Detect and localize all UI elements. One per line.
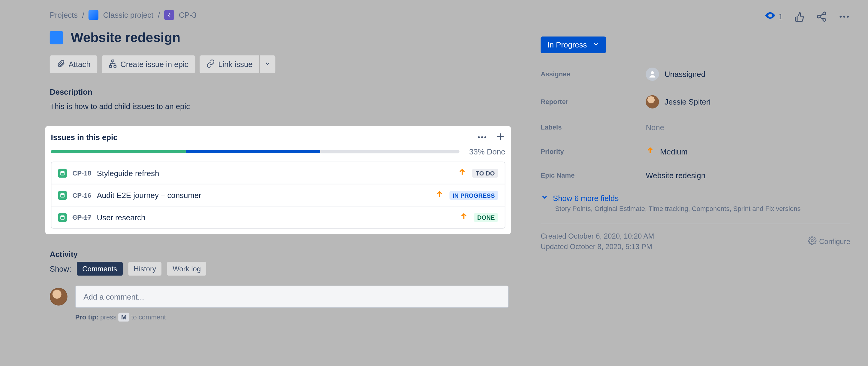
- tab-history[interactable]: History: [128, 262, 161, 276]
- child-issue-key[interactable]: CP-18: [72, 169, 91, 177]
- child-issue-list: CP-18Styleguide refreshTO DOCP-16Audit E…: [51, 162, 505, 229]
- svg-rect-2: [114, 65, 116, 67]
- tab-comments[interactable]: Comments: [77, 262, 123, 276]
- epicname-label: Epic Name: [540, 172, 646, 179]
- svg-rect-0: [112, 60, 114, 62]
- child-issue-status[interactable]: IN PROGRESS: [449, 191, 498, 199]
- attachment-icon: [56, 59, 65, 69]
- link-icon: [206, 59, 215, 69]
- breadcrumb-project[interactable]: Classic project: [103, 10, 153, 19]
- created-timestamp: Created October 6, 2020, 10:20 AM: [540, 232, 654, 241]
- priority-value[interactable]: Medium: [646, 146, 688, 157]
- sidebar-divider: [540, 224, 850, 224]
- epic-progress-bar: [51, 150, 459, 153]
- labels-label: Labels: [540, 123, 646, 131]
- epic-panel-title: Issues in this epic: [51, 133, 117, 142]
- assignee-label: Assignee: [540, 70, 646, 78]
- svg-point-15: [840, 15, 842, 18]
- svg-point-17: [847, 15, 849, 18]
- epic-panel-more-button[interactable]: [476, 132, 488, 143]
- configure-link[interactable]: Configure: [807, 232, 850, 251]
- svg-point-13: [817, 15, 820, 18]
- current-user-avatar: [50, 288, 67, 306]
- child-issue-row[interactable]: CP-16Audit E2E journey – consumerIN PROG…: [51, 184, 504, 206]
- link-issue-button[interactable]: Link issue: [199, 55, 259, 73]
- create-child-button[interactable]: Create issue in epic: [101, 55, 195, 73]
- chevron-down-icon: [264, 60, 271, 68]
- breadcrumb-separator: /: [82, 10, 84, 19]
- epic-progress-label: 33% Done: [469, 147, 505, 156]
- epic-progress-inprogress-segment: [185, 150, 320, 153]
- child-issue-status[interactable]: TO DO: [472, 169, 498, 177]
- assignee-value[interactable]: Unassigned: [646, 67, 705, 81]
- breadcrumb-issue-key[interactable]: CP-3: [179, 10, 196, 19]
- svg-point-5: [485, 136, 486, 138]
- story-issuetype-icon: [58, 169, 67, 177]
- priority-medium-icon: [435, 190, 444, 200]
- epic-color-swatch[interactable]: [50, 31, 63, 44]
- link-issue-label: Link issue: [218, 60, 253, 68]
- watch-count: 1: [779, 12, 783, 21]
- labels-value[interactable]: None: [646, 123, 664, 132]
- child-issue-summary[interactable]: User research: [97, 213, 454, 222]
- child-issue-key[interactable]: CP-16: [72, 191, 91, 199]
- child-issue-row[interactable]: CP-17User researchDONE: [51, 206, 504, 228]
- create-child-label: Create issue in epic: [120, 60, 188, 68]
- svg-point-16: [843, 15, 845, 18]
- show-more-fields-link[interactable]: Show 6 more fields: [540, 193, 850, 202]
- priority-label: Priority: [540, 147, 646, 156]
- gear-icon: [807, 236, 816, 247]
- unassigned-avatar-icon: [646, 67, 659, 81]
- child-issue-key[interactable]: CP-17: [72, 213, 91, 221]
- epic-issuetype-icon: [164, 10, 175, 20]
- more-actions-button[interactable]: [838, 10, 850, 23]
- chevron-down-icon: [540, 193, 548, 202]
- attach-label: Attach: [68, 60, 90, 68]
- comment-input[interactable]: Add a comment...: [75, 285, 509, 308]
- chevron-down-icon: [592, 40, 599, 49]
- issue-title[interactable]: Website redesign: [71, 30, 180, 46]
- status-dropdown[interactable]: In Progress: [540, 37, 606, 53]
- updated-timestamp: Updated October 8, 2020, 5:13 PM: [540, 243, 654, 251]
- svg-point-19: [811, 240, 813, 242]
- breadcrumb-projects[interactable]: Projects: [50, 10, 78, 19]
- story-issuetype-icon: [58, 213, 67, 222]
- breadcrumbs: Projects / Classic project / CP-3: [50, 10, 509, 20]
- priority-medium-icon: [458, 168, 467, 178]
- svg-point-14: [823, 18, 826, 21]
- child-issue-status[interactable]: DONE: [474, 213, 498, 222]
- issues-in-epic-panel: Issues in this epic 33% Done CP-18Sty: [45, 126, 511, 234]
- breadcrumb-separator: /: [158, 10, 160, 19]
- tab-worklog[interactable]: Work log: [167, 262, 207, 276]
- activity-show-label: Show:: [50, 264, 71, 273]
- reporter-value[interactable]: Jessie Spiteri: [646, 95, 710, 109]
- description-body[interactable]: This is how to add child issues to an ep…: [50, 102, 509, 111]
- epic-progress-done-segment: [51, 150, 185, 153]
- link-issue-dropdown[interactable]: [259, 55, 275, 73]
- svg-rect-9: [61, 194, 64, 195]
- story-issuetype-icon: [58, 191, 67, 199]
- svg-point-3: [478, 136, 479, 138]
- attach-button[interactable]: Attach: [50, 55, 97, 73]
- svg-rect-11: [61, 216, 64, 217]
- svg-point-4: [481, 136, 483, 138]
- child-issue-summary[interactable]: Audit E2E journey – consumer: [97, 191, 429, 199]
- like-button[interactable]: [794, 11, 805, 22]
- add-child-issue-button[interactable]: [495, 132, 505, 143]
- eye-icon: [765, 10, 776, 23]
- description-heading: Description: [50, 87, 509, 96]
- svg-point-12: [823, 12, 826, 15]
- child-issue-row[interactable]: CP-18Styleguide refreshTO DO: [51, 162, 504, 185]
- watch-button[interactable]: 1: [765, 10, 783, 23]
- share-button[interactable]: [816, 11, 827, 22]
- status-label: In Progress: [548, 40, 587, 49]
- svg-point-18: [651, 71, 654, 74]
- reporter-avatar: [646, 95, 659, 109]
- child-issue-icon: [108, 59, 117, 69]
- activity-heading: Activity: [50, 250, 509, 258]
- priority-medium-icon: [460, 212, 468, 222]
- priority-medium-icon: [646, 146, 654, 157]
- show-more-fields-description: Story Points, Original Estimate, Time tr…: [555, 205, 850, 213]
- child-issue-summary[interactable]: Styleguide refresh: [97, 169, 452, 177]
- epicname-value[interactable]: Website redesign: [646, 171, 705, 180]
